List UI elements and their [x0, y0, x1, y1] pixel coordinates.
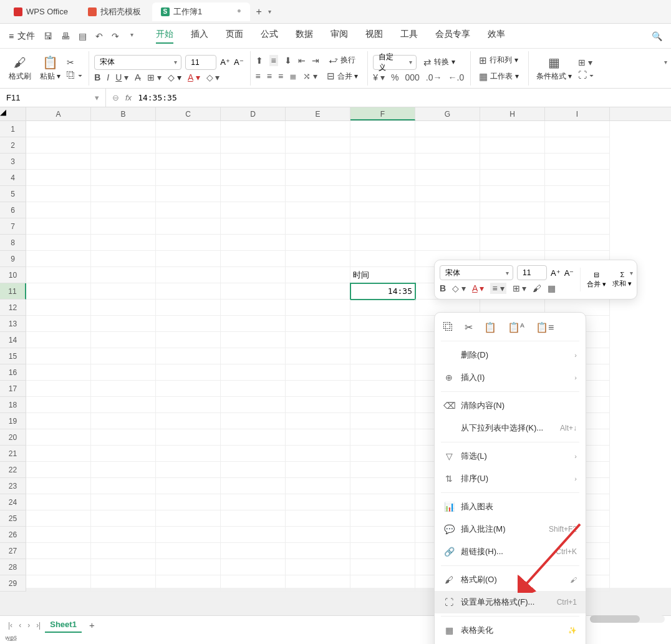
- cell[interactable]: [26, 527, 91, 543]
- cell[interactable]: [156, 316, 221, 332]
- cell[interactable]: [26, 494, 91, 510]
- cell[interactable]: [286, 186, 350, 202]
- cell[interactable]: [156, 154, 221, 170]
- crop-icon[interactable]: ⛶ ▾: [578, 70, 594, 80]
- cell[interactable]: [350, 332, 415, 348]
- col-header-H[interactable]: H: [480, 107, 545, 120]
- cell[interactable]: [221, 429, 286, 446]
- cell[interactable]: [91, 202, 156, 218]
- cond-format-button[interactable]: ▦条件格式 ▾: [534, 54, 574, 83]
- percent-icon[interactable]: %: [391, 72, 398, 82]
- row-header[interactable]: 15: [0, 348, 26, 364]
- row-header[interactable]: 7: [0, 218, 26, 235]
- cell[interactable]: [350, 527, 415, 543]
- cell[interactable]: [26, 397, 91, 413]
- cell[interactable]: [286, 462, 350, 478]
- row-header[interactable]: 23: [0, 478, 26, 494]
- indent-dec-icon[interactable]: ⇤: [298, 56, 306, 66]
- row-header[interactable]: 3: [0, 154, 26, 170]
- cell[interactable]: [221, 186, 286, 202]
- row-header[interactable]: 13: [0, 316, 26, 332]
- cell[interactable]: [221, 381, 286, 397]
- cell[interactable]: [221, 397, 286, 413]
- bold-button[interactable]: B: [440, 283, 446, 293]
- cell[interactable]: [415, 137, 480, 154]
- cell[interactable]: [350, 154, 415, 170]
- row-header[interactable]: 17: [0, 381, 26, 397]
- cell[interactable]: [286, 316, 350, 332]
- align-bottom-icon[interactable]: ⬇: [284, 56, 292, 66]
- cell[interactable]: [91, 316, 156, 332]
- cell[interactable]: [286, 348, 350, 364]
- cell[interactable]: [545, 202, 610, 218]
- col-header-E[interactable]: E: [286, 107, 350, 120]
- font-shrink-icon[interactable]: A⁻: [234, 57, 244, 67]
- cell[interactable]: [415, 121, 480, 137]
- ctx-comment[interactable]: 💬插入批注(M)Shift+F2: [435, 518, 586, 540]
- cell[interactable]: [545, 137, 610, 154]
- cell[interactable]: [91, 478, 156, 494]
- cell[interactable]: [91, 251, 156, 267]
- cell[interactable]: [221, 218, 286, 235]
- cell[interactable]: [91, 154, 156, 170]
- search-icon[interactable]: 🔍: [652, 31, 662, 41]
- select-all-corner[interactable]: ◢: [0, 107, 26, 120]
- cell[interactable]: 14:35: [350, 283, 415, 300]
- cell[interactable]: [26, 121, 91, 137]
- menu-view[interactable]: 视图: [365, 29, 383, 44]
- tab-menu-caret[interactable]: ▾: [266, 8, 274, 15]
- cell[interactable]: [221, 462, 286, 478]
- row-header[interactable]: 4: [0, 170, 26, 186]
- cell[interactable]: [286, 235, 350, 251]
- cell[interactable]: [221, 300, 286, 316]
- col-header-F[interactable]: F: [350, 107, 415, 120]
- cell[interactable]: [26, 575, 91, 592]
- cell[interactable]: [221, 283, 286, 300]
- cell[interactable]: [26, 170, 91, 186]
- cell[interactable]: [350, 559, 415, 575]
- cell[interactable]: [350, 397, 415, 413]
- cell[interactable]: [221, 251, 286, 267]
- undo-icon[interactable]: ↶: [95, 31, 103, 41]
- cell[interactable]: [26, 462, 91, 478]
- cell[interactable]: [156, 413, 221, 429]
- cell[interactable]: [350, 202, 415, 218]
- paste-button[interactable]: 📋粘贴 ▾: [37, 54, 63, 83]
- ctx-chart[interactable]: 📊插入图表: [435, 495, 586, 518]
- ctx-filter[interactable]: ▽筛选(L)›: [435, 445, 586, 467]
- cell[interactable]: [545, 186, 610, 202]
- print-icon[interactable]: 🖶: [61, 31, 70, 41]
- cell[interactable]: [350, 446, 415, 462]
- cell[interactable]: [350, 170, 415, 186]
- ctx-cell-format[interactable]: ⛶设置单元格格式(F)...Ctrl+1: [435, 591, 586, 613]
- cell[interactable]: [415, 186, 480, 202]
- cell[interactable]: [415, 218, 480, 235]
- sheet-button[interactable]: ▦工作表 ▾: [476, 70, 521, 84]
- cell[interactable]: [350, 494, 415, 510]
- cell[interactable]: [156, 137, 221, 154]
- cell[interactable]: [221, 316, 286, 332]
- merge-button[interactable]: ⊟合并 ▾: [324, 69, 361, 83]
- row-header[interactable]: 26: [0, 527, 26, 543]
- tab-workbook[interactable]: S 工作簿1 •: [152, 2, 250, 21]
- file-menu[interactable]: ≡ 文件: [9, 31, 35, 42]
- cell[interactable]: [480, 218, 545, 235]
- scrollbar-thumb[interactable]: [590, 615, 640, 623]
- cell[interactable]: [221, 121, 286, 137]
- sheet-tab-1[interactable]: Sheet1: [45, 617, 82, 633]
- convert-button[interactable]: ⇄转换 ▾: [420, 56, 458, 69]
- cell[interactable]: [26, 559, 91, 575]
- cell[interactable]: [286, 137, 350, 154]
- row-header[interactable]: 24: [0, 494, 26, 510]
- cell[interactable]: [350, 137, 415, 154]
- highlight-button[interactable]: ◇ ▾: [206, 72, 220, 82]
- preview-icon[interactable]: ▤: [79, 31, 87, 41]
- cell[interactable]: [221, 559, 286, 575]
- row-header[interactable]: 28: [0, 559, 26, 575]
- cell[interactable]: [26, 300, 91, 316]
- cell[interactable]: [286, 267, 350, 283]
- cell[interactable]: [545, 121, 610, 137]
- font-grow-icon[interactable]: A⁺: [551, 268, 561, 278]
- menu-review[interactable]: 审阅: [331, 29, 348, 44]
- strike-button[interactable]: A̶: [135, 72, 141, 82]
